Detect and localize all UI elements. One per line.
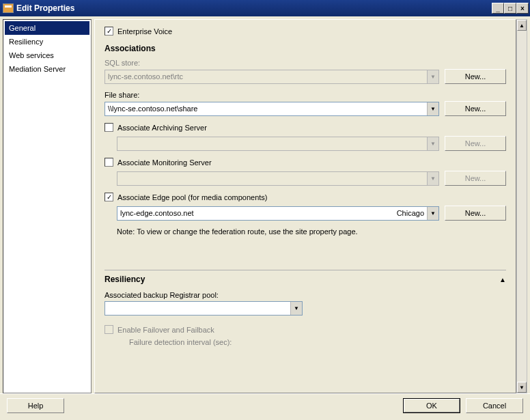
scroll-up-icon[interactable]: ▲ <box>517 20 527 31</box>
title-bar: Edit Properties _ □ × <box>0 0 530 16</box>
sidebar-item-resiliency[interactable]: Resiliency <box>5 35 89 48</box>
edge-value: lync-edge.contoso.net <box>120 209 397 217</box>
close-button[interactable]: × <box>516 3 529 14</box>
resiliency-section-header[interactable]: Resiliency ▲ <box>104 270 506 284</box>
backup-registrar-label: Associated backup Registrar pool: <box>104 291 506 299</box>
failover-checkbox <box>104 325 113 334</box>
chevron-down-icon: ▼ <box>427 70 438 83</box>
sql-store-label: SQL store: <box>104 59 506 67</box>
sql-store-combo: lync-se.contoso.net\rtc ▼ <box>104 70 439 84</box>
content-pane: ✓ Enterprise Voice Associations SQL stor… <box>94 19 516 393</box>
edge-new-button[interactable]: New... <box>445 206 506 221</box>
chevron-down-icon: ▼ <box>427 172 438 185</box>
file-share-new-button[interactable]: New... <box>445 101 506 116</box>
nav-sidebar: General Resiliency Web services Mediatio… <box>3 19 92 393</box>
scroll-track[interactable] <box>517 31 527 382</box>
chevron-down-icon: ▼ <box>427 137 438 150</box>
sql-store-new-button[interactable]: New... <box>445 69 506 84</box>
archiving-checkbox[interactable] <box>104 123 113 132</box>
window-title: Edit Properties <box>16 3 492 13</box>
failover-label: Enable Failover and Failback <box>117 326 214 334</box>
chevron-down-icon[interactable]: ▼ <box>427 207 438 220</box>
chevron-down-icon[interactable]: ▼ <box>427 102 438 115</box>
resiliency-heading: Resiliency <box>104 275 499 284</box>
monitoring-new-button: New... <box>445 171 506 186</box>
file-share-combo[interactable]: \\lync-se.contoso.net\share ▼ <box>104 102 439 116</box>
sidebar-item-mediation-server[interactable]: Mediation Server <box>5 62 89 76</box>
minimize-button[interactable]: _ <box>492 3 504 14</box>
archiving-label: Associate Archiving Server <box>117 124 207 132</box>
enterprise-voice-checkbox[interactable]: ✓ <box>104 27 113 36</box>
monitoring-combo: ▼ <box>117 171 439 186</box>
file-share-label: File share: <box>104 91 506 99</box>
maximize-button[interactable]: □ <box>504 3 516 14</box>
edge-combo[interactable]: lync-edge.contoso.net Chicago ▼ <box>117 206 439 221</box>
ok-button[interactable]: OK <box>403 398 460 413</box>
monitoring-label: Associate Monitoring Server <box>117 158 212 167</box>
associations-heading: Associations <box>104 44 506 53</box>
edge-region: Chicago <box>397 209 427 217</box>
monitoring-checkbox[interactable] <box>104 158 113 167</box>
backup-registrar-combo[interactable]: ▼ <box>104 301 303 316</box>
window-buttons: _ □ × <box>492 3 529 14</box>
sql-store-value: lync-se.contoso.net\rtc <box>108 72 427 81</box>
collapse-up-icon: ▲ <box>499 276 506 283</box>
edge-checkbox[interactable]: ✓ <box>104 193 113 201</box>
edge-label: Associate Edge pool (for media component… <box>117 193 268 201</box>
dialog-footer: Help OK Cancel <box>0 393 530 417</box>
file-share-value: \\lync-se.contoso.net\share <box>108 104 427 113</box>
sidebar-item-web-services[interactable]: Web services <box>5 48 89 62</box>
vertical-scrollbar[interactable]: ▲ ▼ <box>516 19 527 393</box>
chevron-down-icon[interactable]: ▼ <box>290 302 302 315</box>
sidebar-item-general[interactable]: General <box>5 21 89 35</box>
edge-note: Note: To view or change the federation r… <box>117 227 506 236</box>
failure-detection-label: Failure detection interval (sec): <box>129 338 506 346</box>
archiving-combo: ▼ <box>117 137 439 151</box>
archiving-new-button: New... <box>445 136 506 151</box>
scroll-down-icon[interactable]: ▼ <box>517 382 527 393</box>
cancel-button[interactable]: Cancel <box>466 398 523 413</box>
enterprise-voice-label: Enterprise Voice <box>117 27 172 36</box>
app-icon <box>3 3 14 13</box>
help-button[interactable]: Help <box>7 398 64 413</box>
